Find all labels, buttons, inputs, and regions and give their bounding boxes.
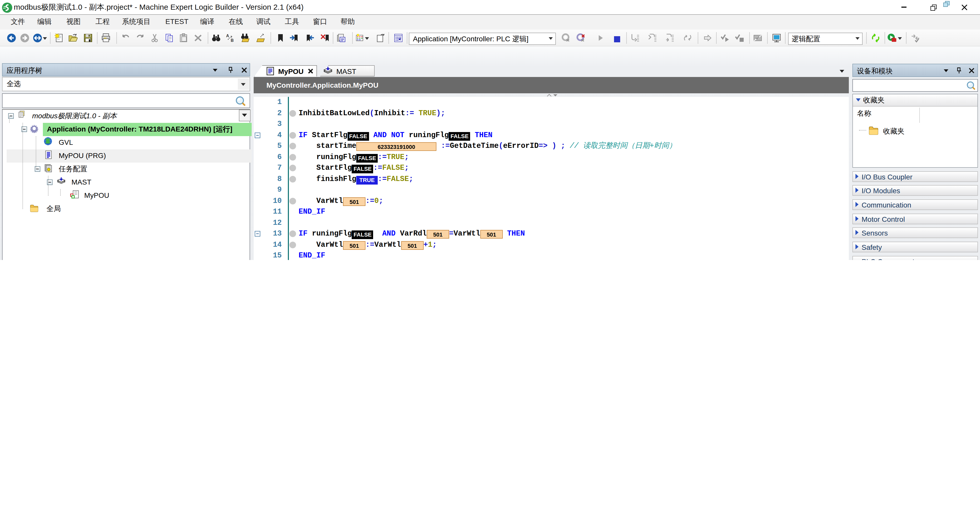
svg-text:A: A xyxy=(226,34,229,38)
svg-text:B: B xyxy=(231,38,234,43)
